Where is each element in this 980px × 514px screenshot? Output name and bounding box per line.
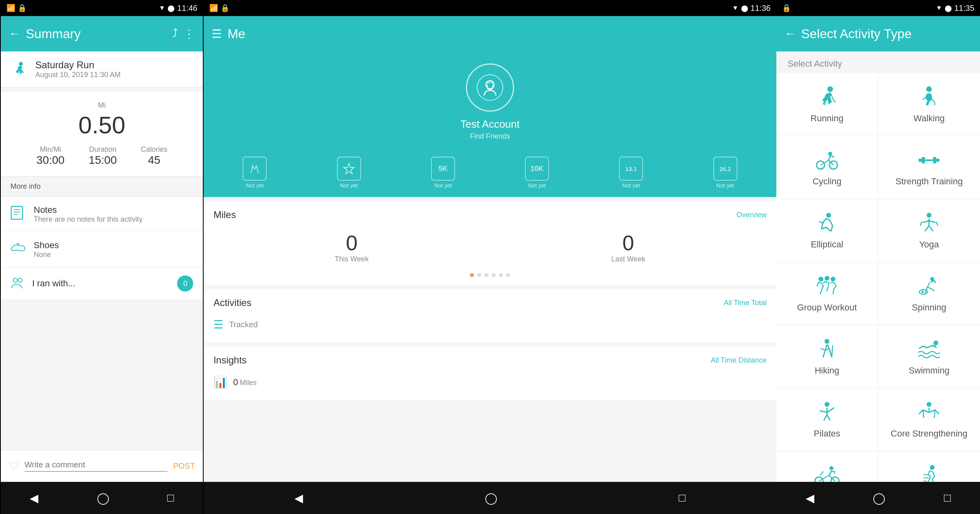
back-nav-btn[interactable]: ◀ <box>30 492 39 505</box>
miles-header: Miles Overview <box>213 209 766 220</box>
wifi-icon-2: ▼ <box>732 4 739 12</box>
elliptical-icon <box>815 211 839 235</box>
home-nav-btn[interactable]: ◯ <box>97 492 109 505</box>
status-left-2: 📶 🔒 <box>209 4 229 12</box>
walking-label: Walking <box>913 113 944 124</box>
activity-running[interactable]: Running <box>776 73 878 136</box>
svg-rect-20 <box>925 159 933 161</box>
me-title: Me <box>227 27 768 41</box>
all-time-total-link[interactable]: All Time Total <box>724 299 767 307</box>
i-ran-badge: 0 <box>177 275 193 292</box>
back-button-3[interactable]: ← <box>784 27 796 40</box>
comment-input[interactable] <box>24 460 167 472</box>
activity-elliptical[interactable]: Elliptical <box>776 199 878 262</box>
calories-value: 45 <box>141 154 167 167</box>
back-nav-btn-2[interactable]: ◀ <box>294 492 303 505</box>
wifi-icon-3: ▼ <box>936 4 942 12</box>
menu-button[interactable]: ☰ <box>212 27 222 41</box>
recent-nav-btn-2[interactable]: □ <box>679 492 686 504</box>
badges-row: Not yet Not yet 5K Not yet 10K Not yet 1 <box>204 153 776 197</box>
svg-point-5 <box>13 278 17 282</box>
activity-strength[interactable]: Strength Training <box>878 136 980 199</box>
svg-point-7 <box>477 75 503 100</box>
svg-point-26 <box>831 277 835 281</box>
activity-swimming[interactable]: Swimming <box>878 325 980 388</box>
last-week-stat: 0 Last Week <box>611 231 645 263</box>
status-time-3: 11:35 <box>954 4 974 13</box>
home-nav-btn-2[interactable]: ◯ <box>485 492 497 505</box>
activity-group[interactable]: Group Workout <box>776 262 878 325</box>
activity-info: Saturday Run August 10, 2019 11:30 AM <box>35 59 120 79</box>
all-time-distance-link[interactable]: All Time Distance <box>711 356 767 365</box>
home-nav-btn-3[interactable]: ◯ <box>873 492 885 505</box>
group-label: Group Workout <box>797 302 857 313</box>
svg-point-29 <box>921 291 924 293</box>
more-info[interactable]: More info <box>1 177 203 197</box>
duration-value: 15:00 <box>89 154 117 167</box>
shield-icon: 🔒 <box>18 4 27 12</box>
activities-row: ☰ Tracked <box>213 315 766 335</box>
insights-unit: Miles <box>240 379 257 387</box>
notes-row: Notes There are no notes for this activi… <box>1 197 203 232</box>
activity-pilates[interactable]: Pilates <box>776 388 878 451</box>
swimming-label: Swimming <box>909 365 949 376</box>
badge-item-2: Not yet <box>337 157 361 189</box>
comment-bar: ♡ POST <box>1 450 203 482</box>
activity-walking[interactable]: Walking <box>878 73 980 136</box>
walking-icon <box>917 85 941 109</box>
activity-yoga[interactable]: Yoga <box>878 199 980 262</box>
shoes-content: Shoes None <box>34 240 59 259</box>
yoga-label: Yoga <box>919 239 939 250</box>
summary-title: Summary <box>26 27 167 41</box>
stats-row: Min/Mi 30:00 Duration 15:00 Calories 45 <box>10 145 193 167</box>
last-week-label: Last Week <box>611 255 645 263</box>
recent-nav-btn[interactable]: □ <box>167 492 174 504</box>
activity-hiking[interactable]: Hiking <box>776 325 878 388</box>
me-profile-header: Test Account Find Friends <box>204 51 776 153</box>
summary-top-bar: ← Summary ⤴ ⋮ <box>1 16 203 51</box>
svg-point-36 <box>829 466 833 470</box>
recent-nav-btn-3[interactable]: □ <box>944 492 951 504</box>
dot-3 <box>484 273 488 277</box>
group-icon <box>813 274 841 298</box>
activities-header: Activities All Time Total <box>213 297 766 308</box>
svg-point-6 <box>18 278 22 282</box>
svg-point-23 <box>927 213 931 218</box>
stats-section: Mi 0.50 Min/Mi 30:00 Duration 15:00 Calo… <box>1 92 203 177</box>
badge-item-3: 5K Not yet <box>431 157 455 189</box>
dot-1 <box>470 273 474 277</box>
insights-value: 0 <box>233 377 238 387</box>
svg-point-31 <box>933 341 938 345</box>
this-week-value: 0 <box>335 231 369 255</box>
status-left-icons: 📶 🔒 <box>6 4 27 12</box>
dots-row <box>213 273 766 277</box>
activity-spinning[interactable]: Spinning <box>878 262 980 325</box>
shoes-icon <box>10 241 27 252</box>
notes-title: Notes <box>34 205 143 215</box>
activity-stairs[interactable]: Stairmaster / Stepwell <box>878 451 980 482</box>
swimming-icon <box>915 337 943 361</box>
share-button[interactable]: ⤴ <box>172 27 178 40</box>
activity-core[interactable]: Core Strengthening <box>878 388 980 451</box>
this-week-stat: 0 This Week <box>335 231 369 263</box>
activity-cycling[interactable]: Cycling <box>776 136 878 199</box>
overview-link[interactable]: Overview <box>737 211 767 219</box>
back-nav-btn-3[interactable]: ◀ <box>806 492 815 505</box>
svg-point-11 <box>827 86 833 92</box>
svg-rect-1 <box>11 206 22 219</box>
find-friends[interactable]: Find Friends <box>470 132 510 141</box>
post-button[interactable]: POST <box>173 461 195 471</box>
activity-mountain-bike[interactable]: Mountain Biking <box>776 451 878 482</box>
svg-rect-16 <box>919 159 922 162</box>
status-left-3: 🔒 <box>782 4 791 12</box>
badge-icon-2 <box>337 157 361 181</box>
back-button[interactable]: ← <box>9 27 20 40</box>
i-ran-row[interactable]: I ran with... 0 <box>1 267 203 300</box>
miles-row: 0 This Week 0 Last Week <box>213 227 766 267</box>
more-button[interactable]: ⋮ <box>184 27 195 41</box>
mi-value: 0.50 <box>10 111 193 139</box>
duration-label: Duration <box>89 145 117 154</box>
badge-label-5: Not yet <box>622 182 640 189</box>
run-icon <box>10 61 28 78</box>
select-activity-top-bar: ← Select Activity Type <box>776 16 980 51</box>
